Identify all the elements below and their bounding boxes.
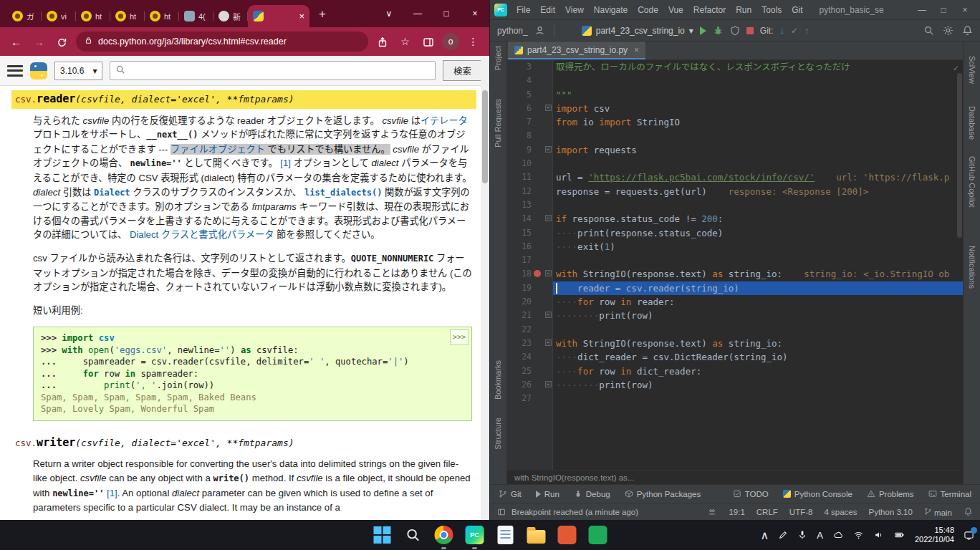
- fold-slot[interactable]: -: [543, 143, 553, 157]
- code-line[interactable]: 20····for row in reader:: [507, 295, 963, 309]
- code-line[interactable]: 24····dict_reader = csv.DictReader(strin…: [507, 350, 963, 364]
- code-text[interactable]: response = requests.get(url)response: <R…: [553, 185, 963, 198]
- maximize-button[interactable]: □: [933, 5, 954, 15]
- code-text[interactable]: ····for row in dict_reader:: [553, 365, 963, 378]
- breakpoint-icon[interactable]: [534, 270, 541, 277]
- layout-icon[interactable]: [497, 508, 506, 516]
- code-text[interactable]: if response.status_code != 200:: [553, 212, 963, 226]
- line-number[interactable]: 5: [507, 88, 532, 102]
- fold-slot[interactable]: -: [543, 309, 553, 322]
- fold-slot[interactable]: [543, 392, 553, 405]
- python-logo[interactable]: [30, 62, 47, 79]
- run-button[interactable]: [700, 26, 706, 35]
- code-text[interactable]: [553, 157, 963, 170]
- breakpoint-slot[interactable]: [532, 157, 543, 170]
- breakpoint-slot[interactable]: [532, 337, 543, 350]
- fold-icon[interactable]: -: [545, 146, 552, 153]
- new-tab-button[interactable]: +: [312, 4, 332, 24]
- doc-link[interactable]: ファイルオブジェクト: [170, 144, 265, 155]
- code-line[interactable]: 13: [507, 198, 963, 212]
- line-number[interactable]: 4: [507, 74, 532, 87]
- menu-edit[interactable]: Edit: [535, 5, 560, 15]
- notifications-bell-icon[interactable]: [962, 25, 973, 36]
- code-line[interactable]: 26-········print(row): [507, 378, 963, 392]
- microphone-icon[interactable]: [797, 530, 807, 540]
- forward-button[interactable]: →: [30, 36, 48, 48]
- hide-prompts-button[interactable]: >>>: [450, 329, 469, 345]
- breadcrumb[interactable]: with StringIO(response.text) as...: [507, 470, 963, 484]
- code-text[interactable]: [553, 129, 963, 143]
- onedrive-cloud-icon[interactable]: [832, 530, 844, 540]
- fold-slot[interactable]: [543, 226, 553, 240]
- interpreter[interactable]: Python 3.10: [868, 508, 912, 516]
- volume-icon[interactable]: [873, 530, 884, 540]
- fold-slot[interactable]: [543, 185, 553, 198]
- fold-slot[interactable]: [543, 240, 553, 254]
- fold-icon[interactable]: -: [545, 339, 552, 346]
- doc-link[interactable]: [1]: [280, 158, 291, 168]
- line-number[interactable]: 3: [507, 60, 532, 74]
- project-name[interactable]: python_: [497, 26, 528, 36]
- code-text[interactable]: [553, 323, 963, 337]
- line-number[interactable]: 26: [507, 378, 532, 392]
- scrollbar-thumb[interactable]: [482, 90, 488, 183]
- line-number[interactable]: 25: [507, 365, 532, 378]
- toolstrip-structure[interactable]: Structure: [494, 418, 502, 450]
- docs-hamburger-icon[interactable]: [7, 65, 23, 77]
- breakpoint-slot[interactable]: [532, 309, 543, 322]
- code-line[interactable]: 11url = 'https://flask.pc5bai.com/stock/…: [507, 170, 963, 184]
- docs-search-input[interactable]: [130, 66, 430, 76]
- git-update-icon[interactable]: ↓: [779, 25, 784, 36]
- pen-icon[interactable]: [778, 530, 788, 540]
- fold-slot[interactable]: [543, 350, 553, 364]
- breakpoint-slot[interactable]: [532, 295, 543, 309]
- debug-button[interactable]: [713, 25, 724, 36]
- toolwindow-problems[interactable]: Problems: [867, 489, 914, 498]
- breakpoint-slot[interactable]: [532, 226, 543, 240]
- line-number[interactable]: 23: [507, 337, 532, 350]
- fold-slot[interactable]: [543, 365, 553, 378]
- browser-menu-icon[interactable]: ⋮: [464, 36, 482, 47]
- share-icon[interactable]: [373, 35, 391, 47]
- browser-tab[interactable]: ht: [145, 5, 179, 27]
- battery-icon[interactable]: [893, 530, 905, 540]
- toolwindow-python-console[interactable]: Python Console: [783, 490, 852, 498]
- breakpoint-slot[interactable]: [532, 115, 543, 129]
- code-line[interactable]: 22: [507, 323, 963, 337]
- side-panel-icon[interactable]: [419, 35, 437, 47]
- code-line[interactable]: 15····print(response.status_code): [507, 226, 963, 240]
- line-number[interactable]: 11: [507, 170, 532, 184]
- git-branch[interactable]: main: [924, 507, 952, 517]
- taskbar-green-app-button[interactable]: [587, 524, 609, 546]
- code-line[interactable]: 16····exit(1): [507, 240, 963, 254]
- fold-slot[interactable]: [543, 295, 553, 309]
- breakpoint-slot[interactable]: [532, 392, 543, 405]
- breakpoint-slot[interactable]: [532, 88, 543, 102]
- menu-view[interactable]: View: [560, 5, 589, 15]
- breakpoint-slot[interactable]: [532, 102, 543, 115]
- code-line[interactable]: 6-import csv: [507, 102, 963, 115]
- toolstrip-sciview[interactable]: SciView: [968, 56, 976, 84]
- breakpoint-slot[interactable]: [532, 60, 543, 74]
- code-line[interactable]: 5""": [507, 88, 963, 102]
- wifi-icon[interactable]: [853, 530, 864, 540]
- toolwindow-python-packages[interactable]: Python Packages: [625, 489, 701, 498]
- line-number[interactable]: 19: [507, 281, 532, 295]
- menu-git[interactable]: Git: [787, 5, 807, 15]
- menu-navigate[interactable]: Navigate: [589, 5, 633, 15]
- line-number[interactable]: 21: [507, 309, 532, 322]
- breakpoint-slot[interactable]: [532, 143, 543, 157]
- code-text[interactable]: ····for row in reader:: [553, 295, 963, 309]
- menu-refactor[interactable]: Refactor: [688, 5, 731, 15]
- fold-slot[interactable]: [543, 254, 553, 267]
- menu-run[interactable]: Run: [731, 5, 756, 15]
- tray-overflow-chevron-icon[interactable]: ∧: [761, 529, 769, 542]
- code-text[interactable]: ········print(row): [553, 309, 963, 322]
- line-number[interactable]: 12: [507, 185, 532, 198]
- code-text[interactable]: [553, 392, 963, 405]
- fold-slot[interactable]: [543, 74, 553, 87]
- fold-icon[interactable]: -: [545, 215, 552, 221]
- fold-icon[interactable]: -: [545, 270, 552, 276]
- breakpoint-slot[interactable]: [532, 267, 543, 281]
- taskbar-file-explorer-button[interactable]: [526, 524, 547, 546]
